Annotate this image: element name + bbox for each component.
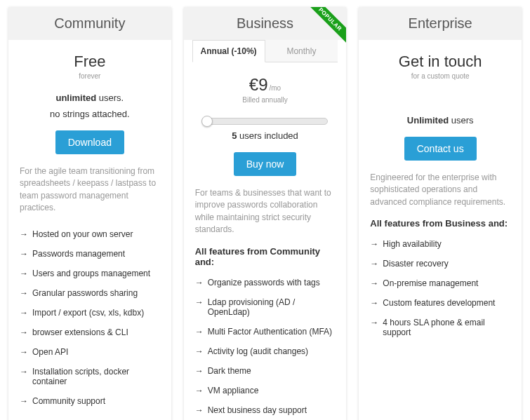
feature-item: 4 hours SLA phone & email support — [370, 313, 510, 342]
tab-monthly[interactable]: Monthly — [265, 40, 338, 62]
feature-item: Dark theme — [195, 361, 336, 381]
download-button[interactable]: Download — [55, 130, 124, 154]
plan-enterprise: Enterprise Get in touch for a custom quo… — [359, 7, 522, 420]
price-row: €9/mo — [191, 75, 340, 95]
users-slider-wrap — [184, 114, 347, 128]
slider-handle-icon[interactable] — [201, 116, 213, 127]
tagline: no strings attached. — [8, 109, 171, 119]
feature-item: Activity log (audit changes) — [195, 341, 336, 361]
plan-description: Engineered for the enterprise with sophi… — [359, 172, 522, 218]
feature-item: Next business day support — [195, 400, 336, 420]
feature-item: Custom features development — [370, 293, 510, 313]
feature-item: Organize passwords with tags — [195, 273, 336, 292]
feature-item: Open API — [20, 342, 160, 362]
users-bold: Unlimited — [407, 115, 449, 126]
plan-business: POPULAR Business Annual (-10%) Monthly €… — [184, 7, 347, 420]
price: Get in touch — [366, 53, 515, 71]
feature-item: VM appliance — [195, 381, 336, 400]
feature-list: Hosted on your own serverPasswords manag… — [8, 224, 171, 420]
feature-item: Import / export (csv, xls, kdbx) — [20, 303, 160, 323]
plan-community: Community Free forever unlimited users. … — [8, 7, 171, 420]
tab-annual[interactable]: Annual (-10%) — [192, 40, 265, 62]
feature-item: Disaster recovery — [370, 254, 510, 273]
feature-item: Multi Factor Authentication (MFA) — [195, 322, 336, 341]
feature-item: Granular passwords sharing — [20, 283, 160, 303]
users-line: Unlimited users — [359, 115, 522, 126]
plan-title: Community — [8, 7, 171, 40]
feature-item: Passwords management — [20, 244, 160, 264]
users-line: 5 users included — [184, 130, 347, 141]
users-bold: unlimited — [55, 93, 96, 103]
feature-item: Installation scripts, docker container — [20, 362, 160, 391]
plan-description: For teams & businesses that want to impr… — [184, 187, 347, 246]
users-line: unlimited users. — [8, 93, 171, 103]
features-header: All features from Business and: — [359, 218, 522, 234]
feature-item: Ldap provisioning (AD / OpenLdap) — [195, 292, 336, 322]
price: €9 — [249, 75, 268, 94]
feature-item: Community support — [20, 391, 160, 411]
feature-list: Organize passwords with tagsLdap provisi… — [184, 273, 347, 420]
feature-item: Hosted on your own server — [20, 224, 160, 244]
feature-list: High availabilityDisaster recoveryOn-pre… — [359, 234, 522, 353]
feature-item: High availability — [370, 234, 510, 254]
price-block: €9/mo Billed annually — [184, 62, 347, 114]
buy-now-button[interactable]: Buy now — [234, 152, 297, 176]
feature-item: On-premise management — [370, 273, 510, 293]
price-sub: forever — [15, 72, 164, 80]
users-slider[interactable] — [202, 118, 329, 125]
price: Free — [15, 53, 164, 71]
price-sub: Billed annually — [191, 96, 340, 104]
feature-item: Users and groups management — [20, 264, 160, 283]
contact-us-button[interactable]: Contact us — [404, 137, 477, 161]
price-unit: /mo — [270, 84, 281, 92]
billing-tabs: Annual (-10%) Monthly — [192, 40, 338, 62]
features-header: All features from Community and: — [184, 246, 347, 273]
price-block: Get in touch for a custom quote — [359, 40, 522, 90]
plan-title: Enterprise — [359, 7, 522, 40]
plan-description: For the agile team transitioning from sp… — [8, 165, 171, 224]
price-block: Free forever — [8, 40, 171, 90]
feature-item: browser extensions & CLI — [20, 323, 160, 342]
price-sub: for a custom quote — [366, 72, 515, 80]
